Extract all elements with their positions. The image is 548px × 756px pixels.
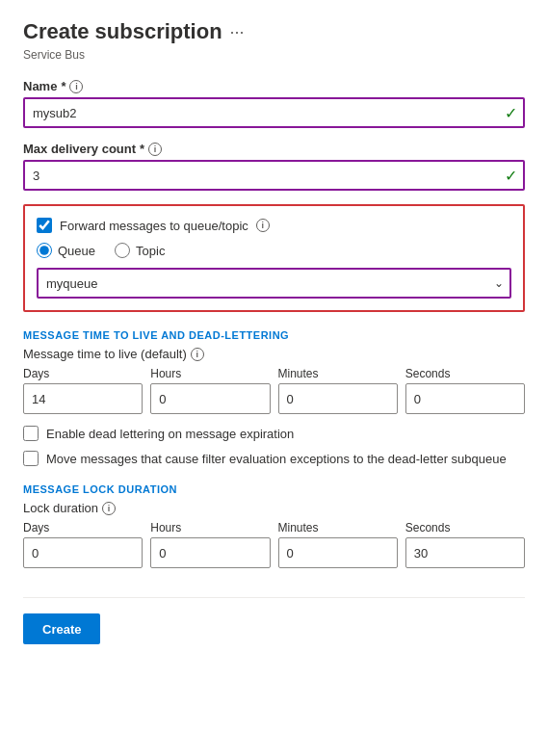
required-indicator: * bbox=[61, 79, 65, 93]
forward-type-radio-row: Queue Topic bbox=[37, 243, 511, 258]
ttl-seconds-label: Seconds bbox=[405, 367, 525, 380]
name-info-icon[interactable]: i bbox=[69, 80, 83, 93]
ttl-minutes-label: Minutes bbox=[278, 367, 398, 380]
max-delivery-label: Max delivery count * i bbox=[23, 142, 525, 156]
lock-minutes-group: Minutes bbox=[278, 521, 398, 568]
ttl-minutes-input[interactable] bbox=[278, 383, 398, 414]
filter-exceptions-checkbox[interactable] bbox=[23, 451, 39, 466]
max-delivery-info-icon[interactable]: i bbox=[148, 143, 162, 156]
message-ttl-header: MESSAGE TIME TO LIVE AND DEAD-LETTERING bbox=[23, 329, 525, 341]
queue-radio-label[interactable]: Queue bbox=[58, 244, 95, 258]
dead-letter-label[interactable]: Enable dead lettering on message expirat… bbox=[46, 427, 294, 441]
queue-select[interactable]: myqueue myqueue2 myqueue3 bbox=[37, 268, 511, 299]
lock-hours-label: Hours bbox=[150, 521, 270, 534]
create-button[interactable]: Create bbox=[23, 613, 100, 644]
lock-days-input[interactable] bbox=[23, 537, 143, 568]
ttl-days-group: Days bbox=[23, 367, 143, 414]
max-delivery-required: * bbox=[140, 142, 144, 156]
name-input[interactable] bbox=[23, 97, 525, 128]
max-delivery-valid-icon: ✓ bbox=[505, 167, 517, 185]
lock-number-row: Days Hours Minutes Seconds bbox=[23, 521, 525, 568]
lock-minutes-label: Minutes bbox=[278, 521, 398, 534]
ttl-days-input[interactable] bbox=[23, 383, 143, 414]
forward-messages-box: Forward messages to queue/topic i Queue … bbox=[23, 204, 525, 312]
queue-select-wrapper: myqueue myqueue2 myqueue3 ⌄ bbox=[37, 268, 511, 299]
max-delivery-input[interactable] bbox=[23, 160, 525, 191]
max-delivery-field-group: Max delivery count * i ✓ bbox=[23, 142, 525, 191]
page-title: Create subscription bbox=[23, 19, 222, 44]
max-delivery-input-wrapper: ✓ bbox=[23, 160, 525, 191]
lock-days-label: Days bbox=[23, 521, 143, 534]
ttl-hours-group: Hours bbox=[150, 367, 270, 414]
bottom-section: Create bbox=[23, 597, 525, 644]
ttl-number-row: Days Hours Minutes Seconds bbox=[23, 367, 525, 414]
queue-radio[interactable] bbox=[37, 243, 52, 258]
dead-letter-checkbox[interactable] bbox=[23, 426, 39, 441]
lock-seconds-label: Seconds bbox=[405, 521, 525, 534]
ttl-days-label: Days bbox=[23, 367, 143, 380]
topic-radio-item[interactable]: Topic bbox=[115, 243, 165, 258]
lock-days-group: Days bbox=[23, 521, 143, 568]
lock-duration-sublabel: Lock duration i bbox=[23, 501, 525, 515]
ttl-minutes-group: Minutes bbox=[278, 367, 398, 414]
name-label: Name * i bbox=[23, 79, 525, 93]
ttl-seconds-input[interactable] bbox=[405, 383, 525, 414]
forward-checkbox[interactable] bbox=[37, 218, 52, 233]
forward-info-icon[interactable]: i bbox=[256, 219, 270, 232]
message-ttl-sublabel: Message time to live (default) i bbox=[23, 347, 525, 361]
dead-letter-row: Enable dead lettering on message expirat… bbox=[23, 426, 525, 441]
dead-letter-checkbox-group: Enable dead lettering on message expirat… bbox=[23, 426, 525, 441]
lock-seconds-input[interactable] bbox=[405, 537, 525, 568]
more-options-icon[interactable]: ··· bbox=[230, 22, 245, 42]
forward-checkbox-label[interactable]: Forward messages to queue/topic bbox=[60, 219, 248, 233]
ttl-hours-label: Hours bbox=[150, 367, 270, 380]
topic-radio-label[interactable]: Topic bbox=[136, 244, 165, 258]
ttl-info-icon[interactable]: i bbox=[191, 348, 204, 361]
name-field-group: Name * i ✓ bbox=[23, 79, 525, 128]
lock-duration-header: MESSAGE LOCK DURATION bbox=[23, 483, 525, 495]
ttl-hours-input[interactable] bbox=[150, 383, 270, 414]
lock-info-icon[interactable]: i bbox=[102, 502, 116, 515]
name-valid-icon: ✓ bbox=[505, 104, 517, 122]
filter-exceptions-row: Move messages that cause filter evaluati… bbox=[23, 451, 525, 466]
lock-seconds-group: Seconds bbox=[405, 521, 525, 568]
lock-minutes-input[interactable] bbox=[278, 537, 398, 568]
lock-hours-group: Hours bbox=[150, 521, 270, 568]
forward-checkbox-row: Forward messages to queue/topic i bbox=[37, 218, 511, 233]
filter-exceptions-checkbox-group: Move messages that cause filter evaluati… bbox=[23, 451, 525, 466]
service-label: Service Bus bbox=[23, 48, 525, 62]
lock-hours-input[interactable] bbox=[150, 537, 270, 568]
page-header: Create subscription ··· bbox=[23, 19, 525, 44]
queue-radio-item[interactable]: Queue bbox=[37, 243, 95, 258]
filter-exceptions-label[interactable]: Move messages that cause filter evaluati… bbox=[46, 452, 507, 466]
name-input-wrapper: ✓ bbox=[23, 97, 525, 128]
topic-radio[interactable] bbox=[115, 243, 130, 258]
ttl-seconds-group: Seconds bbox=[405, 367, 525, 414]
